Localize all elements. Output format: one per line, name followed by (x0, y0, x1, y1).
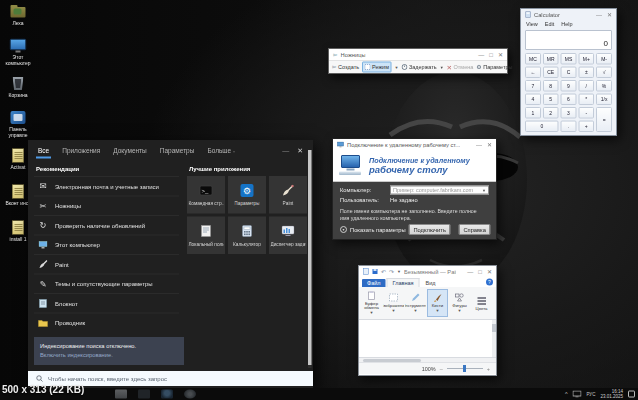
close-icon[interactable]: ✕ (498, 52, 503, 58)
desktop-icon-user-folder[interactable]: Леха (2, 4, 34, 26)
key-plus[interactable]: + (578, 121, 594, 133)
key-0[interactable]: 0 (525, 121, 559, 133)
ribbon-group-shapes[interactable]: Фигуры▼ (449, 289, 470, 317)
help-button[interactable]: Справка (459, 224, 491, 235)
computer-combobox[interactable]: Пример: computer.fabrikam.com▼ (390, 186, 489, 195)
zoom-slider[interactable] (447, 368, 483, 369)
show-options-link[interactable]: Показать параметры (350, 227, 406, 233)
key-ce[interactable]: CE (543, 67, 559, 79)
tab-settings[interactable]: Параметры (160, 146, 195, 154)
key-3[interactable]: 3 (561, 107, 577, 119)
taskbar-app-2[interactable] (138, 390, 150, 399)
list-item-notepad[interactable]: Блокнот (34, 293, 179, 313)
tab-file[interactable]: Файл (362, 279, 386, 287)
key-equals[interactable]: = (596, 107, 612, 132)
key-1[interactable]: 1 (525, 107, 541, 119)
maximize-icon[interactable]: □ (489, 52, 493, 58)
notification-center-icon[interactable] (628, 391, 635, 398)
vertical-scrollbar[interactable] (492, 320, 496, 357)
minimize-icon[interactable]: — (467, 269, 473, 275)
tile-settings[interactable]: ⚙Параметры (228, 176, 266, 214)
key-percent[interactable]: % (596, 80, 612, 92)
key-mc[interactable]: MC (525, 53, 541, 65)
list-item-updates[interactable]: ↻Проверить наличие обновлений (34, 215, 179, 235)
tray-chevron-icon[interactable]: ^ (565, 391, 568, 397)
desktop-icon-control-panel[interactable]: Панель управле (2, 110, 34, 138)
connect-button[interactable]: Подключить (409, 224, 451, 235)
close-icon[interactable]: ✕ (297, 146, 303, 154)
key-reciprocal[interactable]: 1/x (596, 94, 612, 106)
tab-all[interactable]: Все (38, 146, 49, 154)
list-item-snipping[interactable]: ✂Ножницы (34, 196, 179, 216)
taskbar-app-3[interactable] (161, 390, 173, 399)
menu-view[interactable]: View (526, 21, 538, 27)
desktop-icon-this-pc[interactable]: Этот компьютер (2, 38, 34, 66)
ribbon-group-colors[interactable]: Цвета (471, 289, 492, 317)
key-decimal[interactable]: . (561, 121, 577, 133)
new-snip-button[interactable]: ✂Создать (332, 64, 359, 71)
taskbar-app-1[interactable] (115, 390, 127, 399)
key-negate[interactable]: ± (578, 67, 594, 79)
clock[interactable]: 16:1423.01.2025 (600, 388, 623, 399)
menu-help[interactable]: Help (561, 21, 572, 27)
minimize-icon[interactable]: — (282, 146, 289, 154)
key-mminus[interactable]: M- (596, 53, 612, 65)
desktop-icon-recycle-bin[interactable]: Корзина (2, 76, 34, 98)
close-icon[interactable]: ✕ (487, 142, 492, 148)
key-2[interactable]: 2 (543, 107, 559, 119)
list-item-themes[interactable]: ✎Темы и сопутствующие параметры (34, 274, 179, 294)
key-sqrt[interactable]: √ (596, 67, 612, 79)
key-backspace[interactable]: ← (525, 67, 541, 79)
help-icon[interactable]: ? (486, 279, 493, 286)
redo-icon[interactable]: ↷ (389, 268, 394, 275)
tab-home[interactable]: Главная (387, 278, 420, 287)
list-item-explorer[interactable]: Проводник (34, 313, 179, 333)
key-7[interactable]: 7 (525, 80, 541, 92)
tab-view[interactable]: Вид (420, 279, 440, 287)
key-5[interactable]: 5 (543, 94, 559, 106)
ribbon-group-tools[interactable]: Инструменты▼ (405, 289, 426, 317)
key-mplus[interactable]: M+ (578, 53, 594, 65)
enable-indexing-link[interactable]: Включить индексирование. (40, 351, 178, 360)
tab-more[interactable]: Больше ▾ (207, 146, 235, 154)
key-ms[interactable]: MS (561, 53, 577, 65)
canvas-area[interactable] (359, 320, 496, 358)
tile-calculator[interactable]: Калькулятор (228, 217, 266, 255)
list-item-this-pc[interactable]: Этот компьютер (34, 235, 179, 255)
ribbon-group-brushes[interactable]: Кисти▼ (427, 289, 448, 317)
mode-button[interactable]: Режим (362, 62, 391, 73)
delay-button[interactable]: Задержать (401, 64, 436, 70)
tile-local-user[interactable]: Локальный поль... (187, 217, 225, 255)
menu-edit[interactable]: Edit (545, 21, 554, 27)
chevron-down-icon[interactable]: ▼ (394, 65, 398, 70)
maximize-icon[interactable]: □ (478, 269, 482, 275)
chevron-down-circle-icon[interactable]: ▼ (340, 226, 347, 233)
zoom-out-button[interactable]: – (440, 366, 443, 372)
key-4[interactable]: 4 (525, 94, 541, 106)
key-minus[interactable]: - (578, 107, 594, 119)
display-tray-icon[interactable] (572, 391, 581, 398)
tile-paint[interactable]: Paint (269, 176, 307, 214)
chevron-down-icon[interactable]: ▼ (440, 65, 444, 70)
taskbar-app-4[interactable] (184, 390, 196, 399)
tab-apps[interactable]: Приложения (62, 146, 100, 154)
horizontal-scrollbar[interactable] (359, 358, 496, 363)
scrollbar[interactable] (308, 150, 312, 368)
close-icon[interactable]: ✕ (487, 269, 492, 275)
key-9[interactable]: 9 (561, 80, 577, 92)
options-button[interactable]: ⚙Параметры (476, 64, 512, 71)
tile-task-manager[interactable]: Диспетчер задач (269, 217, 307, 255)
minimize-icon[interactable]: — (596, 12, 602, 18)
minimize-icon[interactable]: — (478, 52, 484, 58)
list-item-paint[interactable]: Paint (34, 254, 179, 274)
key-8[interactable]: 8 (543, 80, 559, 92)
ribbon-group-image[interactable]: Изображение▼ (383, 289, 404, 317)
list-item-mail[interactable]: ✉Электронная почта и учетные записи (34, 176, 179, 196)
language-indicator[interactable]: РУС (586, 392, 595, 397)
ribbon-group-clipboard[interactable]: Буфер обмена▼ (361, 289, 382, 317)
key-mr[interactable]: MR (543, 53, 559, 65)
close-icon[interactable]: ✕ (607, 12, 612, 18)
search-indexing-notice[interactable]: Индексирование поиска отключено. Включит… (34, 337, 184, 364)
key-multiply[interactable]: * (578, 94, 594, 106)
key-c[interactable]: C (561, 67, 577, 79)
